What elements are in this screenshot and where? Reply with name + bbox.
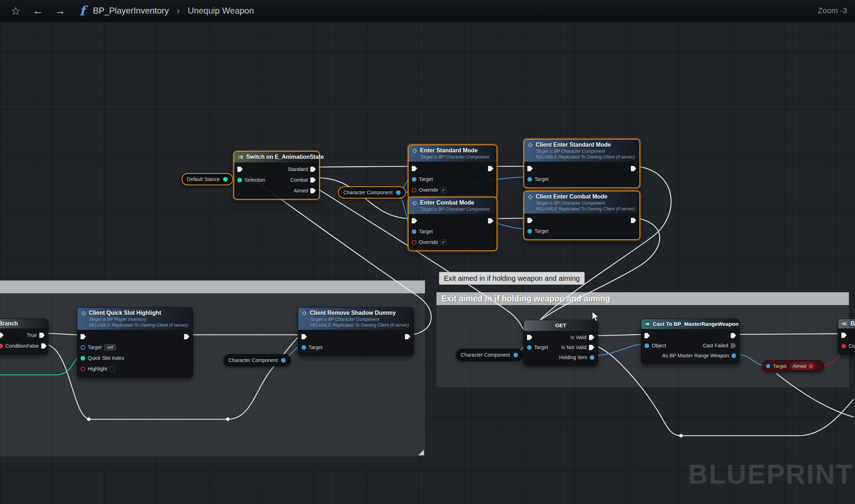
exec-pin-out[interactable]: [488, 166, 493, 171]
exec-pin-out[interactable]: [589, 335, 594, 340]
bool-pin-in[interactable]: [841, 344, 846, 348]
object-pin-in[interactable]: [527, 177, 532, 182]
node-character-component-bottom-left[interactable]: Character Component: [223, 354, 291, 366]
function-diamond-icon: ◇: [412, 199, 417, 206]
node-client-quick-slot-highlight[interactable]: ◇ Client Quick Slot Highlight Target is …: [77, 307, 193, 377]
exec-pin-in[interactable]: [81, 334, 86, 339]
object-wire[interactable]: [737, 354, 766, 366]
bool-pin-in[interactable]: [81, 367, 85, 371]
object-pin-in[interactable]: [527, 229, 532, 234]
checkbox-checked[interactable]: ✓: [441, 239, 446, 245]
breadcrumb-leaf[interactable]: Unequip Weapon: [188, 6, 254, 16]
exec-pin-in[interactable]: [237, 167, 243, 172]
favorite-star-icon[interactable]: ☆: [8, 5, 24, 17]
exec-pin-in[interactable]: [841, 333, 847, 338]
exec-pin-out[interactable]: [310, 167, 316, 172]
exec-pin-out[interactable]: [41, 343, 47, 349]
exec-pin-out[interactable]: [184, 334, 189, 339]
forward-icon[interactable]: →: [52, 5, 68, 17]
exec-pin-out[interactable]: [589, 345, 594, 350]
node-subtitle: Target is BP Character Component: [420, 206, 489, 212]
checkbox-checked[interactable]: ✓: [441, 187, 446, 193]
node-default-stance[interactable]: Default Stance: [182, 173, 233, 185]
object-pin-in[interactable]: [527, 345, 532, 350]
node-branch-right[interactable]: ≪ Branch Condition: [838, 319, 855, 354]
node-cast-to-masterrangeweapon[interactable]: ↠ Cast To BP_MasterRangeWeapon Object Ca…: [641, 319, 740, 364]
node-title: Branch: [0, 320, 18, 327]
node-set-aimed[interactable]: Target Aimed: [762, 360, 824, 372]
object-pin-in[interactable]: [766, 364, 770, 368]
pin-label: Target: [419, 176, 433, 182]
node-character-component-top[interactable]: Character Component: [338, 186, 406, 199]
exec-wire[interactable]: [595, 334, 643, 336]
pin-label: Aimed: [793, 363, 806, 369]
checkbox-unchecked[interactable]: [110, 366, 115, 372]
exec-pin-out[interactable]: [310, 188, 316, 194]
function-diamond-icon: ◇: [412, 147, 417, 154]
exec-pin-in[interactable]: [527, 218, 533, 223]
exec-pin-in[interactable]: [644, 333, 650, 338]
object-pin-out[interactable]: [731, 353, 736, 358]
exec-wire[interactable]: [737, 334, 840, 334]
function-diamond-icon: ◇: [528, 193, 532, 200]
object-pin-out[interactable]: [513, 353, 518, 357]
enum-pin-in[interactable]: [237, 178, 242, 182]
node-character-component-right[interactable]: Character Component: [456, 349, 523, 361]
enum-pin-out[interactable]: [223, 177, 228, 182]
exec-pin-out[interactable]: [488, 218, 493, 224]
node-title: Switch on E_AnimationState: [246, 153, 324, 161]
exec-wire[interactable]: [776, 373, 854, 417]
object-pin-out[interactable]: [396, 190, 401, 195]
pin-label: As BP Master Range Weapon: [662, 353, 729, 358]
exec-pin-out[interactable]: [731, 343, 736, 348]
bool-pin-in[interactable]: [412, 188, 416, 192]
object-pin-out[interactable]: [281, 358, 286, 363]
exec-wire[interactable]: [494, 218, 526, 219]
breadcrumb-root[interactable]: BP_PlayerInventory: [93, 6, 169, 16]
object-pin-in[interactable]: [81, 345, 85, 350]
exec-pin-out[interactable]: [631, 166, 636, 171]
int-pin-in[interactable]: [81, 356, 85, 361]
exec-pin-out[interactable]: [405, 334, 410, 339]
bool-pin-out[interactable]: [809, 364, 813, 368]
node-get-validated[interactable]: GET Is Valid Target Is Not Valid Holding…: [523, 320, 598, 366]
node-client-remove-shadow-dummy[interactable]: ◇ Client Remove Shadow Dummy Target is B…: [298, 307, 414, 356]
exec-pin-in[interactable]: [527, 335, 532, 340]
blueprint-graph[interactable]: ☆ ← → f BP_PlayerInventory › Unequip Wea…: [0, 0, 855, 504]
pill-label: Character Component: [228, 357, 278, 363]
exec-pin-in[interactable]: [527, 166, 533, 171]
exec-wire[interactable]: [317, 166, 411, 167]
exec-pin-in[interactable]: [0, 333, 4, 338]
pin-label: Holding Item: [559, 354, 587, 360]
object-pin-in[interactable]: [412, 229, 416, 234]
reroute-dot[interactable]: [679, 434, 683, 437]
node-reliable-note: RELIABLE Replicated To Owning Client (if…: [89, 322, 188, 328]
exec-pin-out[interactable]: [39, 333, 45, 338]
object-pin-in[interactable]: [412, 177, 416, 182]
exec-pin-in[interactable]: [412, 218, 417, 224]
exec-pin-out[interactable]: [731, 333, 736, 338]
object-pin-out[interactable]: [590, 355, 594, 360]
back-icon[interactable]: ←: [30, 5, 46, 17]
reroute-dot[interactable]: [87, 417, 91, 421]
exec-pin-in[interactable]: [301, 334, 307, 339]
pin-label: Target: [309, 344, 323, 350]
node-branch-left[interactable]: Branch True Condition False: [0, 319, 48, 354]
node-client-enter-standard-mode[interactable]: ◇ Client Enter Standard Mode Target is B…: [523, 139, 640, 188]
object-pin-in[interactable]: [301, 345, 306, 350]
node-client-enter-combat-mode[interactable]: ◇ Client Enter Combat Mode Target is BP …: [523, 191, 640, 240]
node-switch-animationstate[interactable]: ⇉ Switch on E_AnimationState Standard Se…: [233, 151, 320, 200]
node-enter-combat-mode[interactable]: ◇ Enter Combat Mode Target is BP Charact…: [408, 197, 497, 251]
exec-wire[interactable]: [44, 333, 79, 335]
pin-label: False: [26, 343, 39, 349]
node-title: Client Quick Slot Highlight: [89, 309, 188, 317]
reroute-dot[interactable]: [226, 417, 230, 421]
node-enter-standard-mode[interactable]: ◇ Enter Standard Mode Target is BP Chara…: [408, 145, 497, 199]
bool-pin-in[interactable]: [0, 344, 3, 348]
object-pin-in[interactable]: [644, 343, 649, 348]
bool-pin-in[interactable]: [412, 240, 416, 245]
int-wire[interactable]: [0, 356, 80, 375]
exec-pin-out[interactable]: [310, 177, 316, 183]
exec-pin-out[interactable]: [631, 218, 636, 223]
exec-pin-in[interactable]: [412, 166, 417, 171]
